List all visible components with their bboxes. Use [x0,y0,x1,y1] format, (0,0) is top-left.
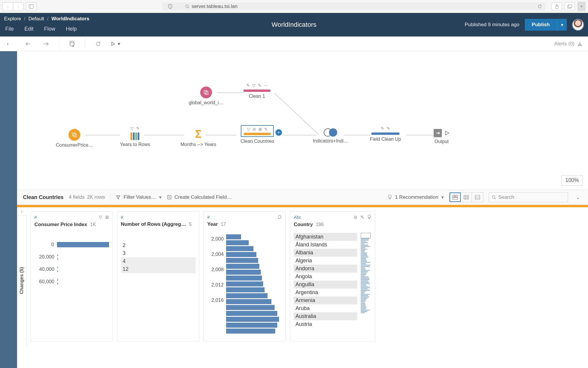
lightbulb-icon[interactable] [367,215,371,220]
edit-icon: ✎ [246,83,250,88]
menu-help[interactable]: Help [66,26,77,32]
country-value[interactable]: Albania [294,249,357,257]
country-value[interactable]: Angola [294,273,357,281]
country-value[interactable]: Anguilla [294,281,357,289]
crumb-current[interactable]: WorldIndicators [51,16,89,22]
country-value[interactable]: Austria [294,320,357,328]
filter-icon[interactable]: ▽ [99,215,102,220]
sidebar-toggle-button[interactable] [26,2,36,11]
node-output[interactable]: Output [434,129,450,144]
share-button[interactable] [552,2,562,11]
node-years-to-rows[interactable]: ▽ ✎ Years to Rows [120,126,150,147]
country-value[interactable]: Algeria [294,257,357,265]
publish-dropdown[interactable]: ▾ [557,19,567,31]
field-card-cpi[interactable]: # ▽ ⊞ Consumer Price Index 1K 0 20,00 [31,211,113,342]
group-icon[interactable]: ⊞ [105,215,109,220]
url-bar[interactable]: server.tableau.tsi.lan [162,2,546,11]
avatar[interactable] [572,19,584,31]
svg-rect-24 [389,198,390,199]
nav-back-button[interactable] [24,39,33,49]
datasource-icon [200,87,212,98]
country-value[interactable]: Åland Islands [294,241,357,249]
svg-rect-17 [72,133,75,136]
arrow-left-icon [25,42,31,46]
tabs-button[interactable] [564,2,575,11]
nav-forward-button[interactable] [41,39,51,49]
node-clean-countries[interactable]: ▽ ⊘ ⊞ ✎ + Clean Countries [240,125,274,144]
aggr-values-list: 2 3 4 12 [121,233,196,273]
rename-icon[interactable]: ✎ [360,215,364,220]
field-card-aggr[interactable]: # Number of Rows (Aggreg… 5 2 3 4 12 [117,211,199,342]
more-icon: ⋯ [264,83,268,88]
lightbulb-icon [387,194,392,200]
svg-line-37 [495,198,496,199]
expand-sidebar-button[interactable]: › [4,40,12,48]
database-icon [69,41,75,47]
year-histogram: 2,000 2,004 2,008 2,012 2,016 [207,233,282,334]
profile-view-button[interactable] [450,193,461,202]
crumb-default[interactable]: Default [28,16,44,22]
new-tab-button[interactable]: + [577,2,586,11]
svg-rect-27 [453,198,457,199]
svg-rect-19 [204,90,207,93]
grid-view-button[interactable] [461,193,472,202]
cpi-histogram: 0 20,000 40,000 60,000 [34,233,109,285]
add-step-button[interactable]: + [275,129,282,136]
number-type-icon: # [121,215,123,220]
alerts-indicator[interactable]: Alerts (0) [554,41,583,47]
reload-icon[interactable] [537,4,542,9]
country-minimap[interactable] [361,233,371,328]
share-icon [555,4,559,9]
node-field-cleanup[interactable]: ✎ ✎ Field Clean Up [370,126,401,142]
publish-button[interactable]: Publish [525,19,557,31]
browser-forward-button[interactable]: › [13,2,24,11]
list-view-button[interactable] [472,193,483,202]
refresh-button[interactable] [93,39,103,49]
toolbar: › ▾ Alerts (0) [0,37,588,51]
country-value[interactable]: Andorra [294,265,357,273]
recommendation-button[interactable]: 1 Recommendation ▾ [387,194,444,200]
tabs-icon [567,4,572,9]
arrow-right-icon [43,42,49,46]
create-calc-field-button[interactable]: = Create Calculated Field… [167,194,232,200]
node-indicators-join[interactable]: Indicators+Indi… [313,128,348,144]
svg-rect-28 [464,195,469,199]
auto-icon[interactable] [277,215,282,220]
node-consumer-price[interactable]: ConsumerPrice… [56,129,93,148]
link-icon[interactable]: ⊘ [354,215,358,220]
step-color-strip [17,205,588,207]
filter-values-button[interactable]: Filter Values… ▾ [116,194,161,200]
menu-flow[interactable]: Flow [44,26,55,32]
zoom-level[interactable]: 100% [562,175,583,185]
data-source-button[interactable] [67,39,77,49]
country-value[interactable]: Afghanistan [294,233,357,241]
field-card-country[interactable]: Abc ⊘ ✎ Country 196 [290,211,375,342]
run-button[interactable]: ▾ [111,39,120,49]
country-value[interactable]: Argentina [294,289,357,296]
aggregate-icon: Σ [193,128,204,140]
flow-canvas[interactable]: ConsumerPrice… global_world_i… ▽ ✎ [17,51,588,190]
svg-point-23 [388,195,391,198]
country-value[interactable]: Aruba [294,304,357,312]
node-clean-1[interactable]: ✎ ▽ ✎ ⋯ Clean 1 [243,83,270,99]
filter-icon: ▽ [247,127,250,132]
crumb-explore[interactable]: Explore [4,16,21,22]
country-value[interactable]: Armenia [294,296,357,304]
view-toggle [449,192,483,202]
menu-edit[interactable]: Edit [24,26,34,32]
play-icon[interactable] [445,130,450,136]
svg-line-4 [188,7,189,8]
panel-icon [29,4,34,9]
country-value[interactable]: Australia [294,312,357,320]
menu-file[interactable]: File [5,26,14,32]
browser-back-button[interactable]: ‹ [2,2,13,11]
filter-icon: ▽ [131,126,134,131]
expand-pane-button[interactable]: ⌄ [573,195,582,200]
changes-label[interactable]: Changes (5) [19,267,24,294]
play-icon [111,42,115,46]
node-global-world[interactable]: global_world_i… [189,87,223,105]
field-card-year[interactable]: # Year 17 2,000 [203,211,286,342]
node-months-years[interactable]: Σ Months --> Years [181,128,216,147]
changes-toggle[interactable]: › [17,207,26,216]
search-input[interactable]: Search [489,192,568,202]
